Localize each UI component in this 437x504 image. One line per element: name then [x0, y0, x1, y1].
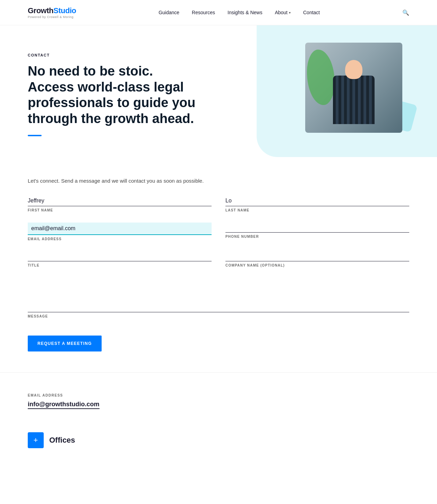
hero-divider: [28, 135, 42, 136]
nav-link-contact[interactable]: Contact: [303, 10, 320, 15]
title-label: TITLE: [28, 263, 212, 267]
offices-section: + Offices: [0, 422, 437, 472]
hero-image: [305, 43, 409, 140]
person-head: [345, 60, 362, 79]
person-figure: [326, 57, 382, 133]
hero-photo: [305, 43, 402, 133]
email-address-link[interactable]: info@growthstudio.com: [28, 401, 100, 409]
phone-input[interactable]: [225, 223, 409, 233]
last-name-field: LAST NAME: [225, 196, 409, 212]
message-label: MESSAGE: [28, 314, 409, 318]
last-name-label: LAST NAME: [225, 208, 409, 212]
nav-item-about[interactable]: About ▾: [275, 10, 291, 15]
first-name-input[interactable]: [28, 196, 212, 206]
main-nav: GrowthStudio Powered by Crowell & Moring…: [0, 0, 437, 25]
hero-content: CONTACT No need to be stoic. Access worl…: [28, 46, 201, 136]
hero-heading: No need to be stoic. Access world-class …: [28, 63, 201, 127]
offices-title: Offices: [49, 436, 75, 445]
title-field: TITLE: [28, 251, 212, 267]
company-field: COMPANY NAME (OPTIONAL): [225, 251, 409, 267]
hero-section: CONTACT No need to be stoic. Access worl…: [0, 25, 437, 164]
nav-item-contact[interactable]: Contact: [303, 9, 320, 16]
email-address-label: EMAIL ADDRESS: [28, 393, 409, 397]
message-field: MESSAGE: [28, 278, 409, 318]
form-grid: FIRST NAME LAST NAME EMAIL ADDRESS PHONE…: [28, 196, 409, 329]
nav-link-insights[interactable]: Insights & News: [228, 10, 262, 15]
offices-icon[interactable]: +: [28, 432, 44, 448]
nav-item-resources[interactable]: Resources: [192, 9, 215, 16]
message-input[interactable]: [28, 278, 409, 312]
form-intro: Let's connect. Send a message and we wil…: [28, 178, 409, 184]
company-label: COMPANY NAME (OPTIONAL): [225, 263, 409, 267]
title-input[interactable]: [28, 251, 212, 261]
search-button[interactable]: 🔍: [402, 9, 409, 16]
person-body: [333, 76, 375, 124]
contact-form-section: Let's connect. Send a message and we wil…: [0, 164, 437, 372]
logo-growth: Growth: [28, 6, 53, 15]
email-field: EMAIL ADDRESS: [28, 223, 212, 241]
nav-link-about[interactable]: About ▾: [275, 10, 291, 15]
first-name-label: FIRST NAME: [28, 208, 212, 212]
email-input[interactable]: [28, 223, 212, 235]
chevron-down-icon: ▾: [289, 11, 291, 15]
search-icon: 🔍: [402, 10, 409, 16]
nav-link-resources[interactable]: Resources: [192, 10, 215, 15]
contact-info-section: EMAIL ADDRESS info@growthstudio.com: [0, 372, 437, 422]
submit-button[interactable]: REQUEST A MEEETING: [28, 336, 102, 351]
nav-item-guidance[interactable]: Guidance: [158, 9, 179, 16]
contact-label: CONTACT: [28, 53, 201, 57]
email-label: EMAIL ADDRESS: [28, 237, 212, 241]
offices-header: + Offices: [28, 432, 409, 448]
phone-field: PHONE NUMBER: [225, 223, 409, 241]
nav-links: Guidance Resources Insights & News About…: [158, 9, 320, 16]
logo-sub: Powered by Crowell & Moring: [28, 15, 76, 19]
logo-studio: Studio: [53, 6, 76, 15]
phone-label: PHONE NUMBER: [225, 235, 409, 238]
company-input[interactable]: [225, 251, 409, 261]
first-name-field: FIRST NAME: [28, 196, 212, 212]
nav-link-guidance[interactable]: Guidance: [158, 10, 179, 15]
last-name-input[interactable]: [225, 196, 409, 206]
contact-form: FIRST NAME LAST NAME EMAIL ADDRESS PHONE…: [28, 196, 409, 351]
nav-item-insights[interactable]: Insights & News: [228, 9, 262, 16]
logo[interactable]: GrowthStudio Powered by Crowell & Moring: [28, 6, 76, 19]
